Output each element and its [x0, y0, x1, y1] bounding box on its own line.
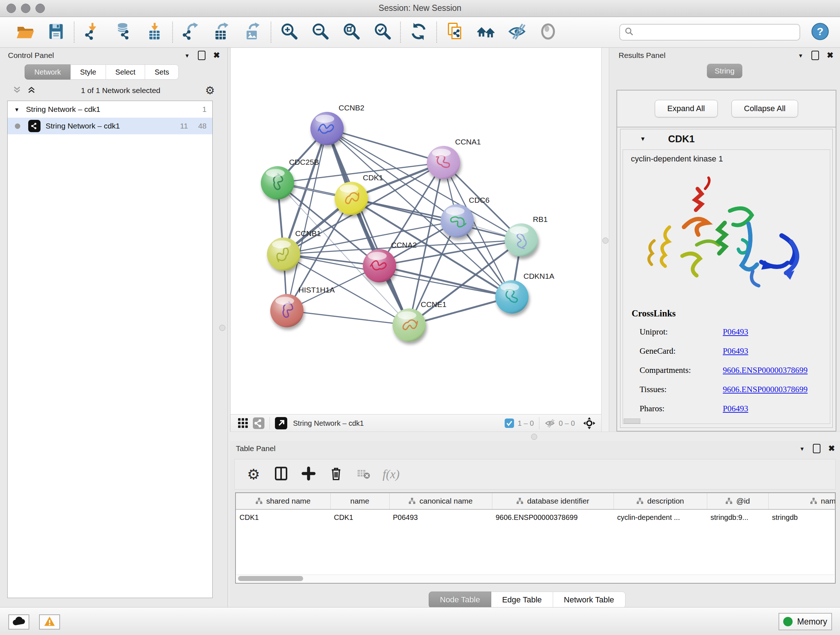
canvas-results-splitter[interactable] — [601, 48, 609, 432]
warning-button[interactable] — [39, 614, 60, 630]
edge-HIST1H1A-CCNE1[interactable] — [287, 310, 409, 325]
canvas-table-splitter[interactable] — [230, 432, 840, 441]
refresh-button[interactable] — [403, 21, 434, 44]
selected-checkbox-icon[interactable] — [505, 418, 514, 428]
panel-float-icon[interactable]: ▼ — [799, 446, 805, 452]
panel-close-icon[interactable]: ✖ — [213, 51, 220, 60]
network-graph[interactable]: CCNB2CCNA1CDC25BCDK1CDC6RB1CCNB1CCNA2CDK… — [231, 48, 602, 414]
protein-section-header[interactable]: ▼ CDK1 — [621, 129, 832, 149]
table-cell[interactable]: 9606.ENSP00000378699 — [492, 509, 614, 525]
cloud-status-button[interactable] — [8, 614, 29, 630]
clone-network-button[interactable] — [439, 21, 470, 44]
gear-icon[interactable]: ⚙ — [205, 85, 215, 96]
node-CCNA2[interactable] — [363, 249, 396, 282]
first-neighbors-button[interactable] — [470, 21, 501, 44]
section-caret-icon[interactable]: ▼ — [640, 136, 646, 142]
collapse-all-icon[interactable] — [12, 85, 22, 96]
import-network-database-button[interactable] — [108, 21, 139, 44]
column-header--id[interactable]: @id — [707, 493, 768, 509]
import-table-file-button[interactable] — [139, 21, 170, 44]
edge-CCNB2-CCNA1[interactable] — [327, 128, 444, 163]
table-horizontal-scrollbar[interactable] — [237, 575, 834, 582]
panel-close-icon[interactable]: ✖ — [829, 444, 835, 453]
tab-string[interactable]: String — [707, 64, 743, 78]
table-row[interactable]: CDK1CDK1P064939606.ENSP00000378699cyclin… — [236, 509, 836, 525]
tab-style[interactable]: Style — [71, 65, 106, 80]
panel-close-icon[interactable]: ✖ — [827, 51, 834, 60]
edge-CCNA1-CCNA2[interactable] — [379, 163, 444, 266]
expand-all-icon[interactable] — [27, 85, 36, 96]
export-image-button[interactable] — [237, 21, 268, 44]
column-header-namespac[interactable]: namespac — [768, 493, 836, 509]
table-cell[interactable]: cyclin-dependent ... — [614, 509, 707, 525]
table-cell[interactable]: CDK1 — [236, 509, 330, 525]
zoom-selected-button[interactable] — [367, 21, 398, 44]
import-network-file-button[interactable] — [77, 21, 108, 44]
hide-selected-button[interactable] — [501, 21, 532, 44]
column-header-database-identifier[interactable]: database identifier — [492, 493, 614, 509]
table-cell[interactable]: CDK1 — [330, 509, 389, 525]
node-CCNB2[interactable] — [310, 112, 344, 145]
network-view-share-icon[interactable] — [253, 417, 264, 429]
panel-maximize-icon[interactable] — [812, 51, 819, 60]
table-cell[interactable]: stringdb — [768, 509, 836, 525]
zoom-fit-button[interactable] — [336, 21, 367, 44]
column-header-canonical-name[interactable]: canonical name — [389, 493, 492, 509]
add-column-button[interactable] — [295, 466, 322, 482]
search-input[interactable] — [637, 28, 795, 37]
network-view[interactable]: CCNB2CCNA1CDC25BCDK1CDC6RB1CCNB1CCNA2CDK… — [230, 48, 601, 432]
tab-sets[interactable]: Sets — [145, 65, 179, 80]
show-columns-button[interactable] — [267, 466, 295, 482]
tab-node-table[interactable]: Node Table — [429, 592, 491, 608]
node-HIST1H1A[interactable] — [270, 294, 303, 327]
panel-maximize-icon[interactable] — [198, 51, 205, 60]
expand-all-button[interactable]: Expand All — [655, 100, 718, 117]
node-CCNE1[interactable] — [393, 309, 426, 342]
tab-edge-table[interactable]: Edge Table — [491, 592, 553, 608]
open-session-button[interactable] — [9, 21, 41, 44]
node-CCNB1[interactable] — [267, 238, 300, 271]
panel-maximize-icon[interactable] — [813, 444, 821, 453]
column-header-name[interactable]: name — [330, 493, 389, 509]
panel-float-icon[interactable]: ▼ — [185, 52, 190, 59]
tab-network[interactable]: Network — [25, 65, 71, 80]
tab-network-table[interactable]: Network Table — [553, 592, 625, 608]
table-cell[interactable]: P06493 — [389, 509, 492, 525]
column-header-shared-name[interactable]: shared name — [236, 493, 330, 509]
node-CDC25B[interactable] — [261, 166, 294, 200]
tab-select[interactable]: Select — [106, 65, 145, 80]
scrollbar-thumb[interactable] — [238, 576, 303, 581]
crosslink-value-link[interactable]: 9606.ENSP00000378699 — [723, 366, 808, 375]
grid-view-icon[interactable] — [238, 418, 248, 429]
node-CCNA1[interactable] — [427, 146, 460, 179]
crosslink-value-link[interactable]: 9606.ENSP00000378699 — [723, 385, 808, 394]
edge-CDC6-CCNE1[interactable] — [409, 221, 457, 325]
node-table[interactable]: shared namenamecanonical namedatabase id… — [235, 492, 836, 584]
horizontal-splitter-handle[interactable] — [531, 434, 537, 440]
zoom-out-button[interactable] — [305, 21, 336, 44]
crosslink-value-link[interactable]: P06493 — [723, 404, 748, 413]
fit-content-crosshair-icon[interactable] — [583, 417, 596, 430]
right-splitter-handle[interactable] — [602, 238, 608, 244]
node-RB1[interactable] — [505, 223, 538, 257]
help-button[interactable]: ? — [800, 22, 840, 42]
hidden-eye-slash-icon[interactable] — [545, 418, 555, 429]
left-splitter-handle[interactable] — [219, 325, 225, 331]
panel-float-icon[interactable]: ▼ — [798, 52, 804, 59]
table-cell[interactable]: stringdb:9... — [707, 509, 768, 525]
collection-caret-icon[interactable]: ▼ — [14, 106, 19, 112]
network-collection-row[interactable]: ▼ String Network – cdk1 1 — [8, 101, 212, 118]
function-builder-button[interactable]: f(x) — [377, 467, 405, 481]
node-CDKN1A[interactable] — [495, 280, 529, 314]
export-network-button[interactable] — [175, 21, 206, 44]
results-scrollbar-stub[interactable] — [624, 418, 640, 424]
memory-button[interactable]: Memory — [778, 613, 832, 630]
delete-column-button[interactable] — [322, 466, 350, 482]
node-CDC6[interactable] — [441, 204, 474, 238]
edge-CCNB2-HIST1H1A[interactable] — [287, 128, 327, 310]
crosslink-value-link[interactable]: P06493 — [723, 347, 748, 356]
show-all-button[interactable] — [532, 21, 564, 44]
table-settings-button[interactable]: ⚙ — [240, 467, 267, 481]
crosslink-value-link[interactable]: P06493 — [723, 327, 748, 337]
column-header-description[interactable]: description — [614, 493, 707, 509]
